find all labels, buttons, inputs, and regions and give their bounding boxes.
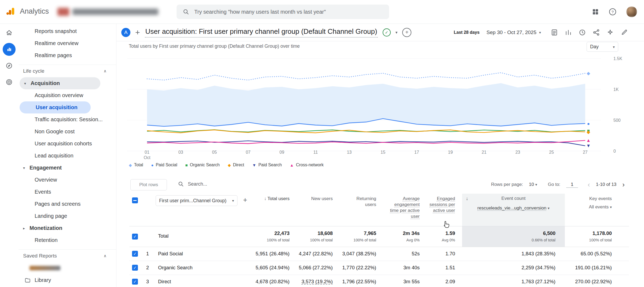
plot-rows-button[interactable]: Plot rows [130, 179, 167, 190]
row-checkbox[interactable] [132, 251, 138, 257]
sidebar-item-reports-snapshot[interactable]: Reports snapshot [19, 25, 116, 37]
engaged-sessions-cell: 1.51 [412, 265, 455, 271]
column-header-avg-engagement[interactable]: Average engagement time per active user [385, 196, 420, 219]
go-to-input[interactable] [566, 182, 578, 188]
mouse-cursor [442, 220, 450, 229]
svg-text:27: 27 [583, 150, 588, 154]
clock-icon[interactable] [579, 29, 586, 36]
column-header-returning-users[interactable]: Returning users [352, 196, 376, 208]
column-header-new-users[interactable]: New users [295, 196, 333, 202]
timeseries-chart[interactable]: 05001K1.5K◆●■◆▼▲01Oct0305070911131517192… [116, 50, 644, 162]
sidebar-item-acquisition[interactable]: ▾ Acquisition [20, 77, 100, 89]
caret-down-icon: ▾ [548, 206, 550, 210]
dimension-selector[interactable]: First user prim...Channel Group) ▾ [156, 195, 237, 206]
comparison-icon[interactable] [565, 29, 572, 36]
sidebar-item-retention[interactable]: Retention [19, 234, 116, 246]
check-icon: ✓ [385, 30, 388, 35]
rows-per-page-select[interactable]: 10 ▾ [529, 182, 537, 187]
rail-advertising-icon[interactable] [3, 76, 16, 89]
column-header-key-events[interactable]: Key events [574, 196, 612, 202]
caret-down-icon: ▾ [535, 182, 537, 187]
chart-legend: ◆Total ●Paid Social ■Organic Search ◆Dir… [129, 163, 324, 167]
table-search[interactable]: Search... [178, 181, 207, 187]
add-report-button[interactable]: + [135, 28, 140, 37]
notes-icon[interactable] [551, 29, 558, 36]
legend-item-total[interactable]: ◆Total [129, 163, 143, 167]
row-checkbox[interactable] [132, 265, 138, 271]
workspace-badge[interactable]: A [121, 28, 130, 37]
sidebar-item-realtime-overview[interactable]: Realtime overview [19, 37, 116, 49]
date-preset-label[interactable]: Last 28 days [454, 30, 480, 35]
key-events-filter-select[interactable]: All events ▾ [574, 204, 612, 210]
column-header-engaged-sessions[interactable]: Engaged sessions per active user [420, 196, 455, 214]
legend-item-direct[interactable]: ◆Direct [228, 163, 244, 167]
expander-icon: ▸ [23, 226, 25, 230]
help-icon[interactable]: ? [609, 8, 617, 16]
saved-check-badge[interactable]: ✓ [383, 28, 391, 36]
sidebar-item-library[interactable]: Library [19, 274, 116, 286]
row-checkbox[interactable] [132, 279, 138, 285]
sidebar-item-user-acquisition-cohorts[interactable]: User acquisition cohorts [19, 138, 116, 150]
date-range-picker[interactable]: Sep 30 - Oct 27, 2025 ▾ [486, 30, 541, 35]
insights-sparkle-icon[interactable] [606, 29, 614, 36]
sidebar-item-user-acquisition[interactable]: User acquisition [20, 101, 91, 113]
property-selector[interactable] [57, 7, 170, 17]
event-count-event-select[interactable]: rescueleads_vie...ugh_conversion ▾ [462, 205, 565, 211]
property-name-blur [72, 9, 158, 15]
sidebar-item-pages-and-screens[interactable]: Pages and screens [19, 198, 116, 210]
event-count-cell: 2,259 (34.75%) [513, 265, 555, 271]
svg-text:■: ■ [587, 128, 590, 133]
svg-text:13: 13 [347, 150, 352, 154]
rail-explore-icon[interactable] [3, 59, 16, 72]
add-comparison-button[interactable]: + [402, 28, 411, 37]
sidebar-section-saved-reports[interactable]: Saved Reports ∧ [19, 249, 116, 262]
granularity-select[interactable]: Day ▾ [587, 42, 618, 52]
cross-network-marker-icon: ▲ [290, 163, 294, 167]
channel-name: Direct [158, 279, 171, 285]
share-icon[interactable] [592, 29, 600, 36]
column-header-total-users[interactable]: ↓Total users [252, 196, 290, 202]
add-dimension-button[interactable]: + [243, 196, 247, 204]
row-checkbox[interactable] [132, 234, 138, 240]
sidebar-item-overview[interactable]: Overview [19, 174, 116, 186]
sidebar-item-lead-acquisition[interactable]: Lead acquisition [19, 150, 116, 162]
rail-reports-icon[interactable] [3, 43, 16, 56]
report-header-icons [551, 29, 628, 36]
search-icon [178, 181, 184, 187]
sidebar-item-acquisition-overview[interactable]: Acquisition overview [19, 89, 116, 101]
rail-home-icon[interactable] [3, 26, 16, 39]
channel-name: Paid Social [158, 251, 183, 257]
sidebar-item-landing-page[interactable]: Landing page [19, 210, 116, 222]
report-title[interactable]: User acquisition: First user primary cha… [145, 27, 378, 38]
column-header-event-count[interactable]: Event count [462, 196, 565, 201]
report-header: A + User acquisition: First user primary… [116, 24, 644, 41]
next-page-button[interactable]: › [622, 181, 625, 189]
legend-item-paid-search[interactable]: ▼Paid Search [252, 163, 282, 167]
sidebar-item-engagement[interactable]: ▾ Engagement [19, 162, 116, 174]
sidebar-item-saved-report-blurred[interactable] [19, 262, 116, 274]
sidebar: Reports snapshot Realtime overview Realt… [19, 24, 116, 287]
returning-users-cell: 1,770 (22.22%) [333, 265, 376, 271]
svg-text:07: 07 [246, 150, 251, 154]
apps-grid-icon[interactable] [592, 8, 599, 15]
sidebar-section-life-cycle[interactable]: Life cycle ∧ [19, 65, 116, 77]
edit-pencil-icon[interactable] [620, 29, 628, 36]
new-users-cell: 5,066 (27.22%) [290, 265, 333, 271]
analytics-logo-icon [5, 6, 16, 17]
table-total-row: Total 22,473100% of total 18,608100% of … [129, 226, 629, 247]
global-search[interactable]: Try searching "how many users last month… [177, 5, 389, 19]
prev-page-button[interactable]: ‹ [588, 181, 590, 189]
sidebar-item-monetization[interactable]: ▸ Monetization [19, 222, 116, 234]
select-all-checkbox[interactable] [132, 197, 138, 203]
sidebar-item-traffic-acquisition[interactable]: Traffic acquisition: Session... [19, 113, 116, 126]
sidebar-item-non-google-cost[interactable]: Non Google cost [19, 126, 116, 138]
sidebar-item-events[interactable]: Events [19, 186, 116, 198]
legend-item-cross-network[interactable]: ▲Cross-network [290, 163, 324, 167]
analytics-logo[interactable]: Analytics [5, 6, 49, 17]
sidebar-item-realtime-pages[interactable]: Realtime pages [19, 49, 116, 61]
avatar[interactable] [626, 6, 637, 17]
legend-item-organic-search[interactable]: ■Organic Search [185, 163, 219, 167]
svg-text:●: ● [587, 121, 590, 126]
title-caret-icon[interactable]: ▾ [396, 30, 398, 35]
legend-item-paid-social[interactable]: ●Paid Social [151, 163, 177, 167]
